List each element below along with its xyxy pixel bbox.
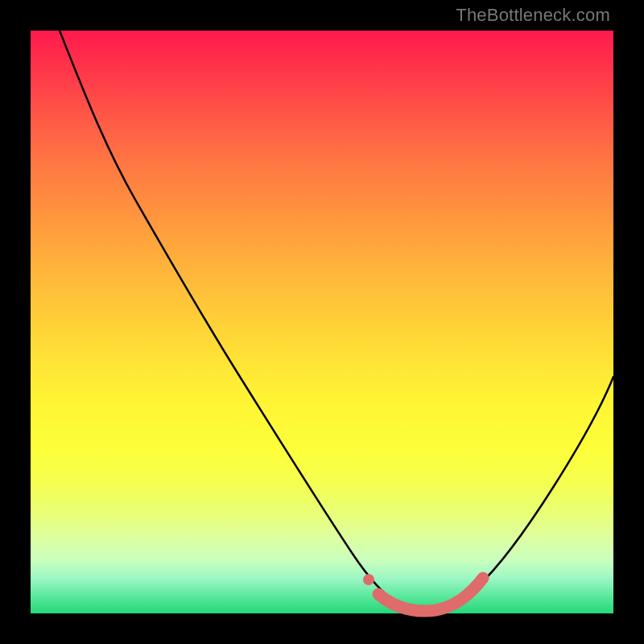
chart-frame: TheBottleneck.com — [0, 0, 644, 644]
chart-svg — [31, 31, 613, 613]
watermark-text: TheBottleneck.com — [456, 5, 610, 26]
bottleneck-curve-path — [60, 31, 613, 611]
highlight-dot — [363, 574, 374, 585]
chart-plot-area — [31, 31, 613, 613]
optimal-range-highlight-path — [378, 578, 483, 611]
